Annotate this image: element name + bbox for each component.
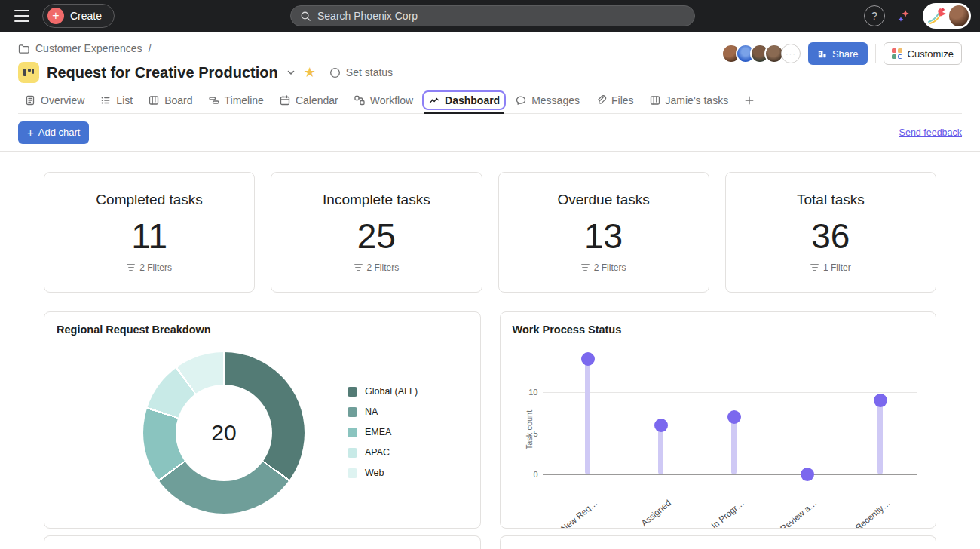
tab-calendar[interactable]: Calendar xyxy=(273,89,345,113)
filter-icon xyxy=(354,264,363,271)
tab-label: Messages xyxy=(531,94,580,106)
tab-label: Timeline xyxy=(225,94,264,106)
stat-card-title: Overdue tasks xyxy=(557,192,650,208)
sparkles-icon[interactable] xyxy=(896,8,912,24)
dashboard-content: Completed tasks 11 2 Filters Incomplete … xyxy=(0,152,980,549)
lollipop-chart-card[interactable]: Work Process Status Task count 1050New R… xyxy=(500,311,937,529)
x-category-label: Assigned xyxy=(639,498,672,528)
breadcrumb: Customer Experiences / xyxy=(18,42,393,54)
overview-icon xyxy=(24,94,36,106)
lollipop-plot: Task count 1050New Req…AssignedIn Progr…… xyxy=(501,312,936,528)
lollipop-dot[interactable] xyxy=(727,410,741,424)
set-status-button[interactable]: Set status xyxy=(329,66,393,78)
tab-messages[interactable]: Messages xyxy=(509,89,586,113)
stat-card[interactable]: Incomplete tasks 25 2 Filters xyxy=(271,172,482,293)
stat-card[interactable]: Completed tasks 11 2 Filters xyxy=(44,172,255,293)
tab-bar: OverviewListBoardTimelineCalendarWorkflo… xyxy=(18,89,962,114)
chart-title: Regional Request Breakdown xyxy=(57,324,211,336)
tab-files[interactable]: Files xyxy=(589,89,640,113)
favorite-star-icon[interactable]: ★ xyxy=(304,66,316,79)
lollipop-stem xyxy=(658,425,663,474)
messages-icon xyxy=(515,94,527,106)
share-label: Share xyxy=(832,48,859,60)
help-button[interactable]: ? xyxy=(864,5,885,26)
stat-card[interactable]: Total tasks 36 1 Filter xyxy=(725,172,936,293)
files-icon xyxy=(595,94,607,106)
plus-icon: + xyxy=(27,126,34,139)
filter-icon xyxy=(127,264,135,271)
topbar: + Create ? xyxy=(0,0,980,32)
tab-label: Board xyxy=(164,94,192,106)
tab-overview[interactable]: Overview xyxy=(18,89,90,113)
chevron-down-icon[interactable] xyxy=(286,67,296,78)
lollipop-dot[interactable] xyxy=(801,468,814,481)
tab-add-tab[interactable] xyxy=(737,89,761,113)
create-button[interactable]: + Create xyxy=(42,4,115,28)
page-title: Request for Creative Production xyxy=(47,64,278,81)
set-status-label: Set status xyxy=(346,66,393,78)
legend-swatch xyxy=(348,407,357,417)
customize-button[interactable]: Customize xyxy=(884,42,962,65)
partial-card[interactable] xyxy=(44,535,481,549)
phoenix-logo-icon xyxy=(926,5,949,26)
legend-item[interactable]: Web xyxy=(348,468,418,478)
x-category-label: New Req… xyxy=(559,498,599,529)
project-icon xyxy=(18,62,39,83)
y-tick-label: 10 xyxy=(520,388,538,397)
legend-label: APAC xyxy=(365,447,390,458)
stat-card-row: Completed tasks 11 2 Filters Incomplete … xyxy=(44,172,936,293)
x-category-label: Recently… xyxy=(853,498,892,529)
tab-list[interactable]: List xyxy=(93,89,139,113)
plus-icon xyxy=(743,94,755,106)
lollipop-dot[interactable] xyxy=(581,352,595,366)
tab-board[interactable]: Board xyxy=(142,89,198,113)
stat-card-filters: 2 Filters xyxy=(354,262,400,273)
donut-center-total: 20 xyxy=(143,352,305,514)
legend-item[interactable]: EMEA xyxy=(348,427,418,437)
send-feedback-link[interactable]: Send feedback xyxy=(899,127,962,138)
charts-row: Regional Request Breakdown 20 Global (AL… xyxy=(44,311,936,529)
next-cards-row xyxy=(44,535,936,549)
lollipop-dot[interactable] xyxy=(874,394,887,407)
list-icon xyxy=(100,94,112,106)
stat-card-filters: 2 Filters xyxy=(581,262,626,273)
member-avatars[interactable]: ··· xyxy=(721,44,801,63)
lollipop-dot[interactable] xyxy=(654,419,668,432)
board-icon xyxy=(148,94,160,106)
donut-chart-card[interactable]: Regional Request Breakdown 20 Global (AL… xyxy=(44,311,481,529)
stat-card[interactable]: Overdue tasks 13 2 Filters xyxy=(498,172,709,293)
hamburger-menu-icon[interactable] xyxy=(9,3,35,29)
customize-icon xyxy=(892,48,902,59)
divider xyxy=(875,44,876,63)
legend-label: EMEA xyxy=(365,427,391,437)
legend-item[interactable]: Global (ALL) xyxy=(348,386,418,397)
tab-workflow[interactable]: Workflow xyxy=(348,89,419,113)
y-tick-label: 5 xyxy=(520,429,538,438)
search-icon xyxy=(300,11,311,22)
account-menu[interactable] xyxy=(923,3,971,29)
partial-card[interactable] xyxy=(500,535,937,549)
legend-swatch xyxy=(348,468,357,478)
tab-label: Calendar xyxy=(296,94,338,106)
chart-legend: Global (ALL) NA EMEA APAC Web xyxy=(348,386,418,478)
add-chart-button[interactable]: + Add chart xyxy=(18,121,89,144)
avatar-overflow-button[interactable]: ··· xyxy=(781,44,801,63)
legend-swatch xyxy=(348,448,357,458)
active-tab-ring xyxy=(422,90,506,110)
x-category-label: Review a… xyxy=(779,498,819,529)
legend-label: Global (ALL) xyxy=(365,386,418,397)
project-header: Customer Experiences / Request for Creat… xyxy=(0,32,980,114)
search-bar[interactable] xyxy=(290,5,695,26)
stat-card-title: Completed tasks xyxy=(96,192,203,208)
search-input[interactable] xyxy=(317,10,685,22)
dashboard-toolbar: + Add chart Send feedback xyxy=(0,114,980,152)
share-button[interactable]: Share xyxy=(808,42,868,65)
tab-jamie-s-tasks[interactable]: Jamie's tasks xyxy=(643,89,735,113)
tab-dashboard[interactable]: Dashboard xyxy=(422,89,506,113)
legend-item[interactable]: NA xyxy=(348,406,418,417)
legend-item[interactable]: APAC xyxy=(348,447,418,458)
tab-timeline[interactable]: Timeline xyxy=(202,89,270,113)
breadcrumb-link[interactable]: Customer Experiences xyxy=(35,42,142,54)
lollipop-stem xyxy=(877,400,883,474)
stat-card-value: 25 xyxy=(357,216,396,256)
